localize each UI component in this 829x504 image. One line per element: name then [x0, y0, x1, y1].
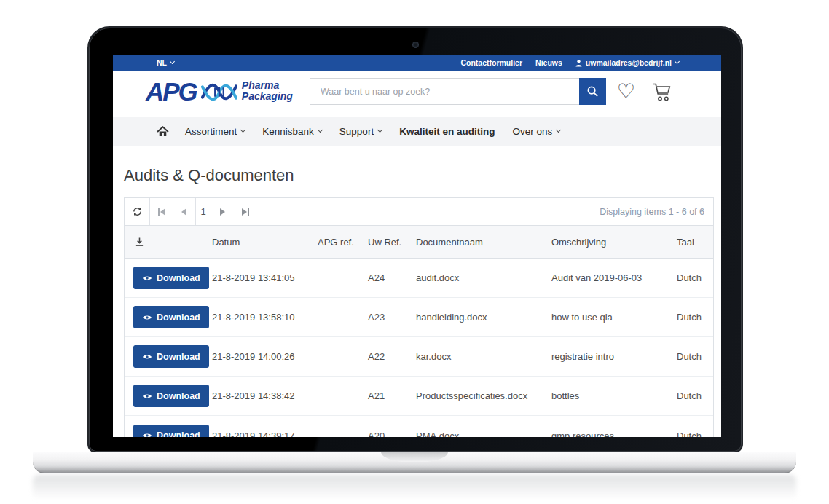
search-bar	[310, 78, 606, 105]
search-input[interactable]	[310, 78, 579, 105]
download-button[interactable]: Download	[133, 345, 209, 368]
eye-icon	[142, 432, 152, 437]
previous-page-icon	[181, 208, 186, 216]
nav-item-kwaliteit-en-auditing[interactable]: Kwaliteit en auditing	[399, 126, 495, 137]
grid-header-row: Datum APG ref. Uw Ref. Documentnaam Omsc…	[125, 226, 713, 259]
last-page-icon	[248, 208, 249, 216]
language-selector[interactable]: NL	[157, 58, 174, 67]
chevron-down-icon	[318, 127, 323, 133]
home-icon	[157, 126, 169, 137]
cell-datum: 21-8-2019 13:58:10	[212, 312, 318, 323]
topbar-right: Contactformulier Nieuws uwmailadres@bedr…	[460, 58, 679, 67]
cell-taal: Dutch	[677, 272, 713, 283]
chevron-down-icon	[675, 59, 680, 64]
cell-taal: Dutch	[677, 430, 713, 438]
nav-home[interactable]	[157, 126, 169, 137]
nav-item-assortiment[interactable]: Assortiment	[185, 126, 245, 137]
apg-logo[interactable]: APG Pharma Packaging	[146, 76, 293, 106]
website-screen: NL Contactformulier Nieuws uwmailadres@b…	[113, 55, 721, 437]
topbar: NL Contactformulier Nieuws uwmailadres@b…	[113, 55, 721, 71]
dna-helix-icon	[201, 77, 237, 106]
column-header-taal: Taal	[677, 237, 713, 248]
laptop-reflection	[33, 475, 796, 500]
next-page-button[interactable]	[211, 198, 234, 225]
previous-page-button[interactable]	[173, 198, 195, 225]
cell-taal: Dutch	[677, 351, 713, 362]
user-icon	[575, 59, 582, 67]
download-button[interactable]: Download	[133, 385, 209, 407]
topbar-link-nieuws[interactable]: Nieuws	[535, 58, 562, 67]
documents-grid: 1 Displaying items 1 - 6 of 6 Datum APG …	[124, 197, 714, 437]
cell-uw-ref: A23	[368, 312, 416, 323]
download-button[interactable]: Download	[133, 425, 209, 438]
cell-datum: 21-8-2019 13:41:05	[212, 272, 318, 283]
cell-uw-ref: A20	[368, 430, 416, 438]
nav-item-over-ons[interactable]: Over ons	[512, 126, 560, 137]
eye-icon	[142, 275, 152, 282]
logo-line2: Packaging	[242, 91, 293, 102]
nav-item-kennisbank[interactable]: Kennisbank	[262, 126, 322, 137]
table-row: Download 21-8-2019 14:39:17 A20 PMA.docx…	[125, 416, 713, 437]
column-header-datum: Datum	[212, 237, 318, 248]
page-title: Audits & Q-documenten	[124, 166, 721, 185]
cell-uw-ref: A21	[368, 390, 416, 401]
chevron-down-icon	[377, 127, 382, 133]
refresh-icon	[132, 206, 143, 217]
logo-apg-text: APG	[146, 79, 197, 104]
table-row: Download 21-8-2019 13:58:10 A23 handleid…	[125, 298, 713, 337]
search-button[interactable]	[579, 78, 606, 105]
main-content: Audits & Q-documenten 1	[113, 166, 721, 437]
column-header-apg-ref: APG ref.	[318, 237, 368, 248]
grid-toolbar: 1 Displaying items 1 - 6 of 6	[125, 198, 713, 226]
language-label: NL	[157, 58, 167, 67]
account-email: uwmailadres@bedrijf.nl	[586, 58, 672, 67]
cell-taal: Dutch	[677, 390, 713, 401]
cell-taal: Dutch	[677, 312, 713, 323]
logo-subtitle: Pharma Packaging	[242, 80, 293, 102]
laptop-base	[33, 452, 796, 473]
cell-omschrijving: gmp resources	[551, 430, 677, 438]
first-page-button[interactable]	[150, 198, 173, 225]
first-page-icon	[158, 208, 160, 216]
cell-omschrijving: how to use qla	[551, 312, 677, 323]
chevron-down-icon	[556, 127, 561, 133]
topbar-link-contactformulier[interactable]: Contactformulier	[460, 58, 522, 67]
cell-omschrijving: bottles	[551, 390, 677, 401]
download-button[interactable]: Download	[133, 267, 209, 289]
account-menu[interactable]: uwmailadres@bedrijf.nl	[575, 58, 679, 67]
column-header-documentnaam: Documentnaam	[416, 237, 551, 248]
eye-icon	[142, 314, 152, 321]
refresh-button[interactable]	[125, 198, 149, 225]
cell-documentnaam: handleiding.docx	[416, 312, 551, 323]
last-page-button[interactable]	[234, 198, 256, 225]
cell-uw-ref: A22	[368, 351, 416, 362]
cell-documentnaam: audit.docx	[416, 272, 551, 283]
eye-icon	[142, 353, 152, 361]
chevron-down-icon	[170, 59, 175, 64]
laptop-mockup: NL Contactformulier Nieuws uwmailadres@b…	[0, 0, 829, 504]
cell-documentnaam: kar.docx	[416, 351, 551, 362]
grid-body: Download 21-8-2019 13:41:05 A24 audit.do…	[125, 259, 713, 437]
nav-item-support[interactable]: Support	[339, 126, 382, 137]
cell-uw-ref: A24	[368, 272, 416, 283]
next-page-icon	[220, 208, 225, 216]
download-button[interactable]: Download	[133, 306, 209, 328]
cart-icon[interactable]	[651, 82, 674, 102]
cell-omschrijving: Audit van 2019-06-03	[551, 272, 677, 283]
wishlist-heart-icon[interactable]: ♡	[617, 77, 635, 106]
download-column-icon	[135, 237, 212, 247]
site-header: APG Pharma Packaging	[113, 71, 721, 117]
eye-icon	[142, 393, 152, 400]
cell-documentnaam: Productsspecificaties.docx	[416, 390, 551, 401]
column-header-omschrijving: Omschrijving	[551, 237, 677, 248]
cell-datum: 21-8-2019 14:00:26	[212, 351, 318, 362]
grid-status-text: Displaying items 1 - 6 of 6	[256, 198, 713, 225]
cell-datum: 21-8-2019 14:38:42	[212, 390, 318, 401]
webcam-dot	[413, 42, 418, 47]
table-row: Download 21-8-2019 13:41:05 A24 audit.do…	[125, 259, 713, 298]
current-page-indicator: 1	[195, 198, 211, 225]
table-row: Download 21-8-2019 14:38:42 A21 Products…	[125, 377, 713, 416]
cell-omschrijving: registratie intro	[551, 351, 677, 362]
cell-documentnaam: PMA.docx	[416, 430, 551, 438]
column-header-uw-ref: Uw Ref.	[368, 237, 416, 248]
